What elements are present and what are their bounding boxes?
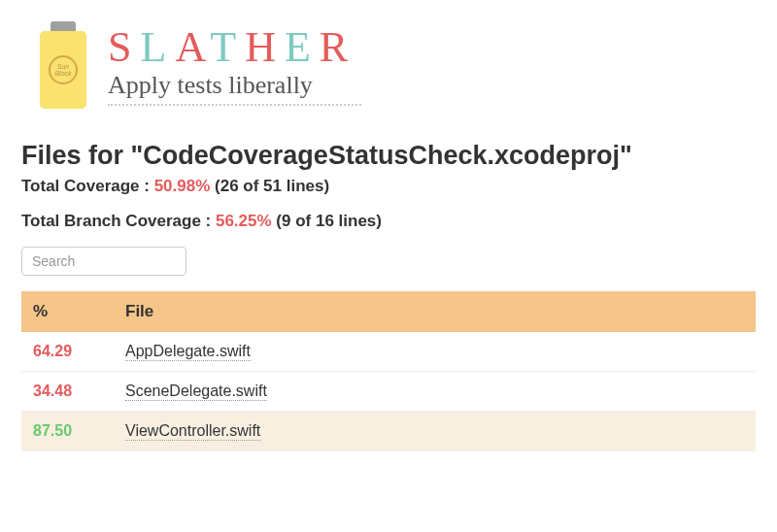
file-cell: ViewController.swift — [114, 412, 756, 451]
file-cell: AppDelegate.swift — [114, 332, 756, 372]
header: Sun Block SLATHER Apply tests liberally — [21, 19, 756, 112]
coverage-percent-cell: 64.29 — [21, 332, 114, 372]
file-cell: SceneDelegate.swift — [114, 372, 756, 412]
branch-coverage-percent: 56.25% — [216, 212, 272, 230]
table-header-row: % File — [21, 291, 756, 332]
table-row: 34.48SceneDelegate.swift — [21, 372, 756, 412]
column-header-percent[interactable]: % — [21, 291, 114, 332]
total-coverage-detail: (26 of 51 lines) — [210, 177, 329, 195]
logo-title: SLATHER — [108, 26, 361, 69]
files-table: % File 64.29AppDelegate.swift34.48SceneD… — [21, 291, 756, 451]
sunblock-bottle-icon: Sun Block — [36, 19, 90, 112]
total-coverage-label: Total Coverage : — [21, 177, 154, 195]
file-link[interactable]: ViewController.swift — [125, 422, 260, 441]
total-coverage-percent: 50.98% — [154, 177, 211, 195]
page-title: Files for "CodeCoverageStatusCheck.xcode… — [21, 141, 756, 171]
table-row: 87.50ViewController.swift — [21, 412, 756, 451]
branch-coverage-line: Total Branch Coverage : 56.25% (9 of 16 … — [21, 212, 756, 231]
coverage-percent-cell: 34.48 — [21, 372, 114, 412]
column-header-file[interactable]: File — [114, 291, 756, 332]
file-link[interactable]: SceneDelegate.swift — [125, 382, 267, 401]
search-input[interactable] — [21, 247, 186, 276]
table-row: 64.29AppDelegate.swift — [21, 332, 756, 372]
total-coverage-line: Total Coverage : 50.98% (26 of 51 lines) — [21, 177, 756, 196]
coverage-percent-cell: 87.50 — [21, 412, 114, 451]
file-link[interactable]: AppDelegate.swift — [125, 343, 251, 361]
logo-text: SLATHER Apply tests liberally — [108, 26, 361, 106]
branch-coverage-label: Total Branch Coverage : — [21, 212, 216, 230]
logo-tagline: Apply tests liberally — [108, 71, 361, 106]
branch-coverage-detail: (9 of 16 lines) — [272, 212, 382, 230]
